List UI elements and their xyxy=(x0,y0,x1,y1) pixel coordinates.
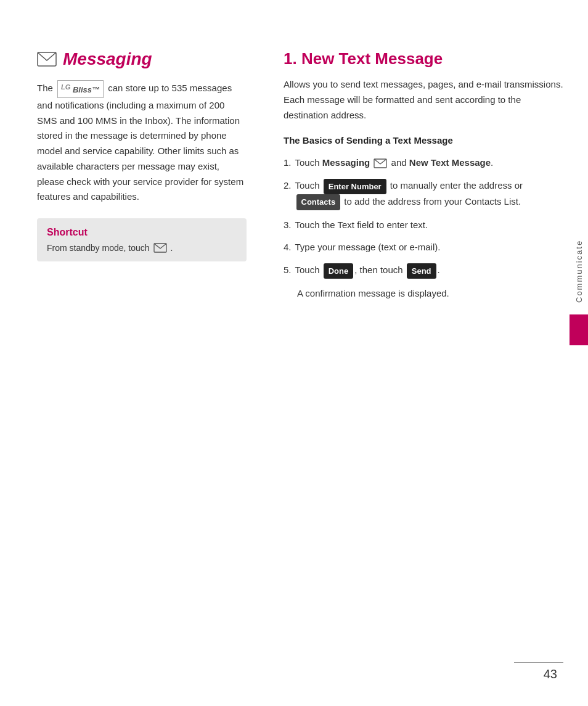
step-3-num: 3. xyxy=(284,218,292,233)
messaging-title: Messaging xyxy=(63,49,152,69)
left-body-text: The LG Bliss™ can store up to 535 messag… xyxy=(37,80,247,205)
bottom-divider xyxy=(514,662,563,663)
send-button: Send xyxy=(407,263,436,279)
side-tab-bar xyxy=(570,314,588,345)
shortcut-envelope-icon xyxy=(153,243,167,253)
step-5: 5. Touch Done, then touch Send. xyxy=(284,263,563,279)
shortcut-content: From standby mode, touch . xyxy=(47,243,237,253)
shortcut-label: Shortcut xyxy=(47,227,237,238)
step-3: 3. Touch the Text field to enter text. xyxy=(284,218,563,233)
step-4-num: 4. xyxy=(284,240,292,255)
step-5-content: Touch Done, then touch Send. xyxy=(295,263,563,279)
shortcut-text-after: . xyxy=(171,243,173,253)
step-1-messaging-bold: Messaging xyxy=(322,157,370,168)
subsection-title: The Basics of Sending a Text Message xyxy=(284,134,563,147)
step-5-num: 5. xyxy=(284,263,292,279)
contacts-button: Contacts xyxy=(296,194,341,210)
step-1: 1. Touch Messaging and New Text Message. xyxy=(284,155,563,171)
step-1-envelope-icon xyxy=(374,158,387,168)
step-1-content: Touch Messaging and New Text Message. xyxy=(295,155,563,171)
page-number: 43 xyxy=(544,667,557,681)
step-1-new-text-bold: New Text Message xyxy=(409,157,491,168)
confirmation-text: A confirmation message is displayed. xyxy=(297,286,563,302)
step-4-content: Type your message (text or e-mail). xyxy=(295,240,563,255)
messaging-heading: Messaging xyxy=(37,49,247,69)
section-title: 1. New Text Message xyxy=(284,49,563,68)
side-tab-text: Communicate xyxy=(570,234,588,308)
step-3-content: Touch the Text field to enter text. xyxy=(295,218,563,233)
done-button: Done xyxy=(324,263,354,279)
intro-text: Allows you to send text messages, pages,… xyxy=(284,77,563,123)
step-4: 4. Type your message (text or e-mail). xyxy=(284,240,563,255)
brand-logo: LG Bliss™ xyxy=(57,80,104,98)
step-2-num: 2. xyxy=(284,178,292,210)
left-column: Messaging The LG Bliss™ can store up to … xyxy=(37,49,271,669)
brand-after: can store up to 535 messages and notific… xyxy=(37,83,243,202)
messaging-icon xyxy=(37,52,57,67)
shortcut-box: Shortcut From standby mode, touch . xyxy=(37,218,247,261)
enter-number-button: Enter Number xyxy=(324,179,386,194)
steps-list: 1. Touch Messaging and New Text Message.… xyxy=(284,155,563,279)
step-2: 2. Touch Enter Number to manually enter … xyxy=(284,178,563,210)
shortcut-text-before: From standby mode, touch xyxy=(47,243,150,253)
page: Messaging The LG Bliss™ can store up to … xyxy=(0,0,588,706)
step-1-num: 1. xyxy=(284,155,292,171)
step-2-content: Touch Enter Number to manually enter the… xyxy=(295,178,563,210)
right-column: 1. New Text Message Allows you to send t… xyxy=(271,49,563,669)
brand-text-before: The xyxy=(37,83,55,93)
